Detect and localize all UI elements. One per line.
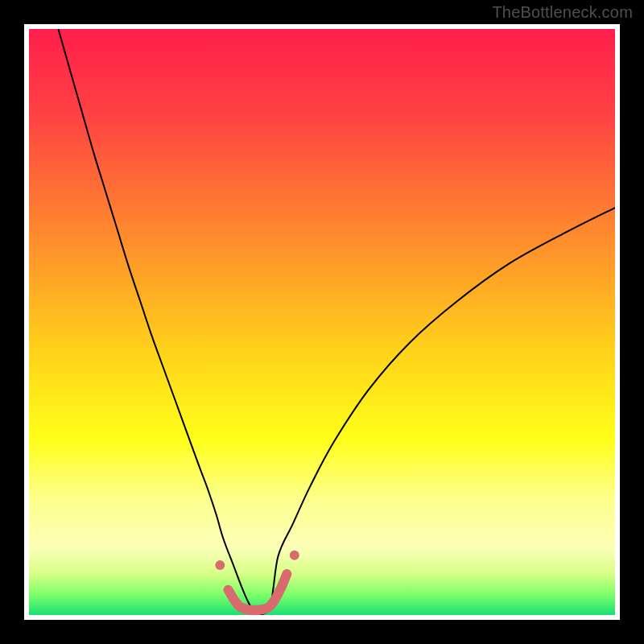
left-outer-dot <box>215 560 225 570</box>
plot-frame <box>24 24 620 620</box>
watermark-text: TheBottleneck.com <box>492 3 633 22</box>
chart-stage: TheBottleneck.com <box>0 0 644 644</box>
chart-svg <box>29 29 615 615</box>
plot-area <box>29 29 615 615</box>
gradient-background <box>29 29 615 615</box>
right-outer-dot <box>290 551 299 560</box>
